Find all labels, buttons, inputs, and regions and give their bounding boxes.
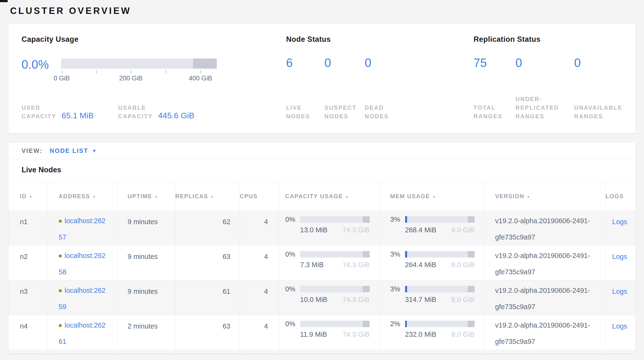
usage-used-value: 11.9 MiB <box>300 329 327 339</box>
live-nodes-table: ID▼ADDRESS▼UPTIME▼REPLICAS▼CPUSCAPACITY … <box>8 182 636 353</box>
node-logs-cell: Logs <box>606 211 636 246</box>
node-id-cell: n4 <box>8 315 48 350</box>
usage-bar-fill <box>405 216 407 223</box>
node-logs-cell: Logs <box>606 350 636 354</box>
usage-bar-fill <box>405 321 407 327</box>
node-capacity-usage-cell: 0%11.9 MiB74.3 GiB <box>279 315 379 350</box>
node-address-cell: localhost:26259 <box>48 280 118 315</box>
node-replicas-cell: 63 <box>175 246 240 280</box>
usage-used-value: 232.0 MiB <box>405 329 436 339</box>
node-logs-link[interactable]: Logs <box>612 253 627 260</box>
node-version-cell: v19.2.0-alpha.20190606-2491-gfe735c9a97 <box>484 350 606 354</box>
replication-status-section: Replication Status 75 TOTAL RANGES 0 UND… <box>474 35 622 121</box>
node-logs-link[interactable]: Logs <box>612 322 627 330</box>
suspect-nodes-stat: 0 SUSPECT NODES <box>324 57 365 121</box>
sort-desc-icon: ▼ <box>92 195 96 199</box>
capacity-gauge: 0 GiB 200 GiB 400 GiB <box>61 59 217 82</box>
node-cpus-cell: 4 <box>240 280 279 315</box>
usage-used-value: 314.7 MiB <box>405 295 436 304</box>
usage-bar <box>300 251 370 258</box>
usage-bar-reserved-segment <box>363 251 370 258</box>
node-logs-cell: Logs <box>606 315 636 350</box>
sort-desc-icon: ▼ <box>29 195 33 199</box>
node-logs-link[interactable]: Logs <box>612 287 627 295</box>
column-header-address[interactable]: ADDRESS▼ <box>48 182 118 211</box>
node-cpus-cell: 4 <box>240 246 279 280</box>
column-header-label: CPUS <box>240 193 258 200</box>
node-mem-usage-cell: 3%314.7 MiB8.0 GiB <box>379 280 484 315</box>
column-header-logs: LOGS <box>606 182 636 211</box>
node-row-n4: n4localhost:262612 minutes6340%11.9 MiB7… <box>8 315 636 350</box>
total-ranges-stat: 75 TOTAL RANGES <box>474 57 516 121</box>
usage-total-value: 8.0 GiB <box>452 260 474 270</box>
node-row-n1: n1localhost:262579 minutes6240%13.0 MiB7… <box>8 211 636 246</box>
usable-capacity-stat: USABLE CAPACITY 445.6 GiB <box>118 103 194 121</box>
usable-capacity-value: 445.6 GiB <box>158 111 194 121</box>
usage-bar <box>405 321 474 327</box>
column-header-capacity[interactable]: CAPACITY USAGE▼ <box>279 182 379 211</box>
node-address-link[interactable]: localhost:26261 <box>59 321 118 350</box>
node-capacity-usage-cell: 0%12.4 MiB74.3 GiB <box>279 350 379 354</box>
under-replicated-ranges-stat: 0 UNDER- REPLICATED RANGES <box>516 57 574 121</box>
under-replicated-ranges-value: 0 <box>516 57 574 69</box>
node-version-cell: v19.2.0-alpha.20190606-2491-gfe735c9a97 <box>484 280 606 315</box>
usage-bar <box>300 216 370 223</box>
node-row-n3: n3localhost:262599 minutes6140%10.0 MiB7… <box>8 280 636 315</box>
usage-total-value: 8.0 GiB <box>452 225 474 235</box>
sort-desc-icon: ▼ <box>154 195 158 199</box>
node-logs-cell: Logs <box>606 280 636 315</box>
node-mem-usage-cell: 3%264.4 MiB8.0 GiB <box>379 246 484 280</box>
sort-desc-icon: ▼ <box>345 195 349 199</box>
column-header-id[interactable]: ID▼ <box>8 182 48 211</box>
column-header-label: LOGS <box>606 193 624 200</box>
usage-total-value: 74.3 GiB <box>342 329 370 339</box>
node-list-panel: VIEW: NODE LIST ▼ Live Nodes ID▼ADDRESS▼… <box>8 142 636 353</box>
usage-bar <box>405 286 474 292</box>
live-status-dot-icon <box>59 254 62 258</box>
usage-bar-reserved-segment <box>468 321 474 327</box>
node-version-cell: v19.2.0-alpha.20190606-2491-gfe735c9a97 <box>484 315 606 350</box>
node-address-link[interactable]: localhost:26258 <box>59 252 118 280</box>
column-header-label: ADDRESS <box>59 193 90 200</box>
capacity-usage-section: Capacity Usage 0.0% <box>22 35 286 121</box>
node-logs-link[interactable]: Logs <box>612 218 627 226</box>
usage-bar-reserved-segment <box>468 251 474 258</box>
usage-used-value: 10.0 MiB <box>300 295 328 304</box>
node-logs-cell: Logs <box>606 246 636 280</box>
live-nodes-stat: 6 LIVE NODES <box>286 57 324 121</box>
axis-label-0: 0 GiB <box>54 75 70 82</box>
node-status-title: Node Status <box>286 35 474 44</box>
usage-percent: 3% <box>390 215 405 224</box>
node-version-cell: v19.2.0-alpha.20190606-2491-gfe735c9a97 <box>484 246 606 280</box>
chevron-down-icon: ▼ <box>92 148 97 154</box>
usage-percent: 0% <box>285 285 300 293</box>
used-capacity-value: 65.1 MiB <box>62 111 94 121</box>
usage-total-value: 8.0 GiB <box>452 329 474 339</box>
node-cpus-cell: 4 <box>240 211 279 246</box>
view-selector-dropdown[interactable]: NODE LIST ▼ <box>50 147 97 154</box>
node-uptime-cell: 2 minutes <box>118 315 175 350</box>
capacity-usage-title: Capacity Usage <box>22 35 286 44</box>
node-replicas-cell: 63 <box>175 350 240 354</box>
total-ranges-value: 75 <box>474 57 516 69</box>
column-header-uptime[interactable]: UPTIME▼ <box>118 182 175 211</box>
usage-percent: 0% <box>285 319 300 328</box>
column-header-label: REPLICAS <box>176 193 208 200</box>
live-status-dot-icon <box>59 289 62 292</box>
node-mem-usage-cell: 2%232.0 MiB8.0 GiB <box>379 315 484 350</box>
column-header-replicas[interactable]: REPLICAS▼ <box>175 182 240 211</box>
node-cpus-cell: 4 <box>240 315 279 350</box>
column-header-memory[interactable]: MEM USAGE▼ <box>379 182 484 211</box>
sort-desc-icon: ▼ <box>432 195 436 199</box>
node-version-cell: v19.2.0-alpha.20190606-2491-gfe735c9a97 <box>484 211 606 246</box>
usage-percent: 0% <box>285 215 300 224</box>
node-replicas-cell: 62 <box>175 211 240 246</box>
column-header-version[interactable]: VERSION▼ <box>484 182 606 211</box>
node-address-link[interactable]: localhost:26257 <box>59 217 118 245</box>
unavailable-ranges-label: UNAVAILABLE RANGES <box>574 103 622 121</box>
usage-bar-reserved-segment <box>468 286 474 292</box>
node-mem-usage-cell: 4%329.6 MiB8.0 GiB <box>379 350 484 354</box>
total-ranges-label: TOTAL RANGES <box>474 103 516 121</box>
node-address-link[interactable]: localhost:26259 <box>59 287 118 315</box>
usage-total-value: 74.3 GiB <box>342 260 370 270</box>
